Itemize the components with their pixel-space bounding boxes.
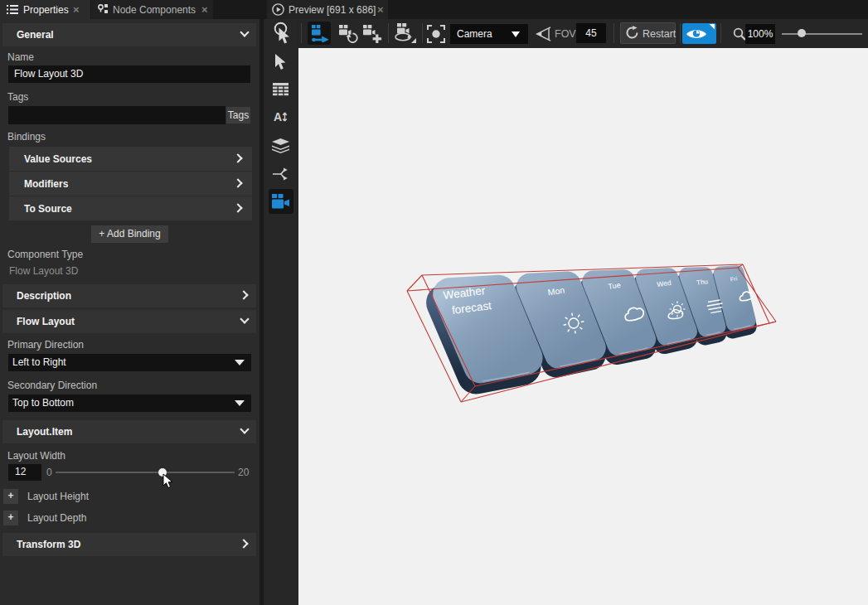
svg-text:Fri: Fri [730, 275, 738, 282]
svg-text:A: A [274, 110, 282, 123]
svg-text:Thu: Thu [696, 278, 709, 287]
svg-text:Tue: Tue [608, 281, 621, 291]
